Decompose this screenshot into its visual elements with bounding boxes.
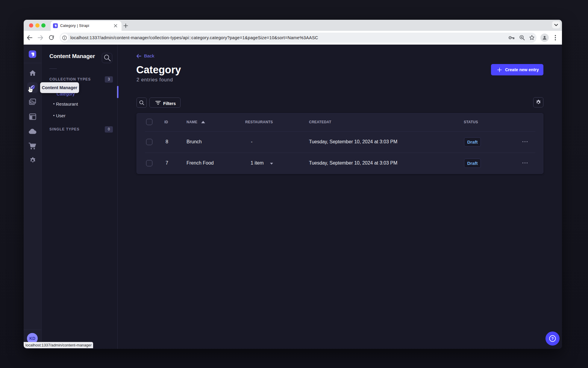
svg-text:?: ? [551,336,554,341]
